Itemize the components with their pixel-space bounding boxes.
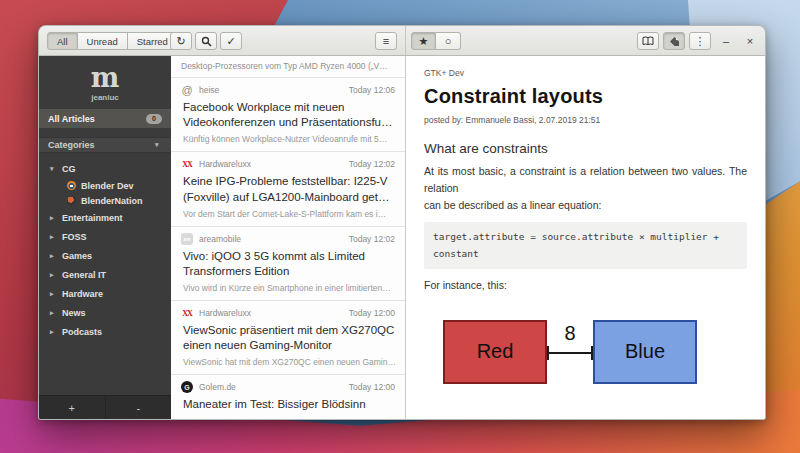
add-feed-button[interactable]: +: [39, 396, 106, 419]
item-time: Today 12:02: [349, 234, 395, 244]
expander-closed-icon[interactable]: ▸: [50, 290, 57, 298]
minimize-button[interactable]: –: [717, 26, 735, 56]
connector-right-cap: [591, 346, 593, 360]
categories-label: Categories: [48, 140, 95, 150]
blender-feed-icon: [67, 181, 76, 190]
feed-name: areamobile: [199, 234, 241, 244]
item-title: ViewSonic präsentiert mit dem XG270QC ei…: [183, 323, 395, 353]
sidebar-item-games[interactable]: ▸ Games: [39, 246, 171, 265]
sidebar-item-hardware[interactable]: ▸ Hardware: [39, 284, 171, 303]
filter-all-button[interactable]: All: [47, 32, 78, 50]
expander-closed-icon[interactable]: ▸: [50, 214, 57, 222]
list-item[interactable]: @ heise Today 12:06 Facebook Workplace m…: [171, 78, 405, 152]
hamburger-icon: ≡: [383, 36, 389, 47]
refresh-icon: ↻: [176, 36, 185, 47]
list-item-partial-top[interactable]: Desktop-Prozessoren vom Typ AMD Ryzen 40…: [171, 56, 405, 78]
item-summary: Vor dem Start der Comet-Lake-S-Plattform…: [183, 209, 395, 219]
constraint-diagram: Red 8 Blue: [443, 320, 747, 384]
feed-label: Blender Dev: [81, 181, 134, 191]
expander-closed-icon[interactable]: ▸: [50, 271, 57, 279]
constraint-connector: 8: [547, 320, 593, 384]
code-block: target.attribute = source.attribute × mu…: [424, 222, 747, 268]
connector-line: [547, 352, 593, 354]
username-label: jeanluc: [39, 93, 171, 102]
item-title: Facebook Workplace mit neuen Videokonfer…: [183, 100, 395, 130]
mark-read-button[interactable]: ✓: [220, 32, 242, 50]
section-heading: What are constraints: [424, 141, 747, 156]
category-label: Hardware: [62, 289, 103, 299]
tag-icon: [669, 36, 680, 47]
item-title: Maneater im Test: Bissiger Blödsinn: [183, 397, 395, 412]
list-item[interactable]: am areamobile Today 12:02 Vivo: iQOO 3 5…: [171, 227, 405, 301]
mark-unread-button[interactable]: ○: [436, 32, 461, 50]
expander-closed-icon[interactable]: ▸: [50, 233, 57, 241]
sidebar-item-news[interactable]: ▸ News: [39, 303, 171, 322]
check-icon: ✓: [226, 36, 235, 47]
article-pane[interactable]: GTK+ Dev Constraint layouts posted by: E…: [406, 56, 765, 419]
category-label: FOSS: [62, 232, 87, 242]
item-title: Keine IPG-Probleme feststellbar: I225-V …: [183, 174, 395, 204]
list-menu-button[interactable]: ≡: [375, 32, 397, 50]
feed-tree: ▾ CG Blender Dev BlenderNation ▸ Enterta…: [39, 153, 171, 341]
item-title: Vivo: iQOO 3 5G kommt als Limited Transf…: [183, 249, 395, 279]
golem-feed-icon: G: [181, 381, 193, 393]
item-summary: Künftig können Workplace-Nutzer Videoanr…: [183, 134, 395, 144]
article-byline: posted by: Emmanuele Bassi, 2.07.2019 21…: [424, 115, 747, 125]
expander-closed-icon[interactable]: ▸: [50, 328, 57, 336]
chevron-down-icon: ▾: [155, 141, 162, 149]
expander-open-icon[interactable]: ▾: [50, 165, 57, 173]
categories-header[interactable]: Categories ▾: [39, 137, 171, 153]
article-paragraph: At its most basic, a constraint is a rel…: [424, 163, 747, 197]
all-articles-label: All Articles: [48, 114, 95, 124]
list-item[interactable]: XX Hardwareluxx Today 12:02 Keine IPG-Pr…: [171, 152, 405, 226]
feed-name: Hardwareluxx: [199, 308, 251, 318]
reader-mode-button[interactable]: [637, 32, 659, 50]
article-paragraph: For instance, this:: [424, 279, 747, 291]
heise-feed-icon: @: [181, 84, 193, 96]
category-label: Games: [62, 251, 92, 261]
account-header: m jeanluc: [39, 56, 171, 109]
sidebar-item-entertainment[interactable]: ▸ Entertainment: [39, 208, 171, 227]
book-icon: [642, 36, 654, 46]
expander-closed-icon[interactable]: ▸: [50, 309, 57, 317]
star-article-button[interactable]: ★: [411, 32, 436, 50]
item-time: Today 12:00: [349, 308, 395, 318]
article-mark-group: ★ ○: [411, 32, 461, 50]
blue-box: Blue: [593, 320, 697, 384]
sidebar-item-cg[interactable]: ▾ CG: [39, 159, 171, 178]
circle-icon: ○: [445, 36, 452, 47]
sidebar: m jeanluc All Articles 0 Categories ▾ ▾ …: [39, 56, 171, 419]
expander-closed-icon[interactable]: ▸: [50, 252, 57, 260]
search-icon: [201, 36, 212, 47]
sidebar-item-general-it[interactable]: ▸ General IT: [39, 265, 171, 284]
sidebar-item-podcasts[interactable]: ▸ Podcasts: [39, 322, 171, 341]
category-label: CG: [62, 164, 76, 174]
close-button[interactable]: ×: [741, 26, 759, 56]
filter-unread-button[interactable]: Unread: [78, 32, 128, 50]
unread-count-badge: 0: [146, 114, 162, 124]
remove-feed-button[interactable]: -: [106, 396, 172, 419]
sidebar-item-blendernation[interactable]: BlenderNation: [39, 193, 171, 208]
star-icon: ★: [419, 36, 429, 47]
category-label: Podcasts: [62, 327, 102, 337]
headerbar-separator: [405, 26, 406, 55]
headerbar: All Unread Starred ↻ ✓ ≡ ★ ○: [39, 26, 765, 56]
search-button[interactable]: [195, 32, 217, 50]
refresh-button[interactable]: ↻: [170, 32, 192, 50]
sidebar-item-all-articles[interactable]: All Articles 0: [39, 109, 171, 128]
feed-name: Golem.de: [199, 382, 236, 392]
menu-button[interactable]: ⋮: [689, 32, 711, 50]
list-item[interactable]: G Golem.de Today 12:00 Maneater im Test:…: [171, 375, 405, 419]
list-item[interactable]: XX Hardwareluxx Today 12:00 ViewSonic pr…: [171, 301, 405, 375]
article-paragraph: can be described as a linear equation:: [424, 197, 747, 214]
areamobile-feed-icon: am: [181, 233, 193, 245]
article-list[interactable]: Desktop-Prozessoren vom Typ AMD Ryzen 40…: [171, 56, 406, 419]
tag-button[interactable]: [663, 32, 685, 50]
sidebar-item-foss[interactable]: ▸ FOSS: [39, 227, 171, 246]
item-time: Today 12:00: [349, 382, 395, 392]
sidebar-item-blender-dev[interactable]: Blender Dev: [39, 178, 171, 193]
feed-name: Hardwareluxx: [199, 159, 251, 169]
item-summary: ViewSonic hat mit dem XG270QC einen neue…: [183, 357, 395, 367]
feed-name: heise: [199, 85, 219, 95]
filter-button-group: All Unread Starred: [47, 32, 178, 50]
